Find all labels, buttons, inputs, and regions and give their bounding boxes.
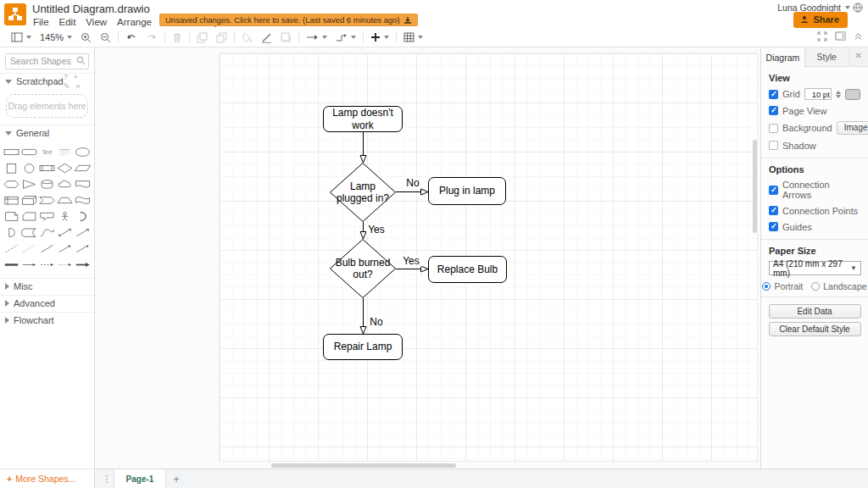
shape-dashed-connector[interactable] xyxy=(38,257,56,273)
flowchart-node-repair[interactable]: Repair Lamp xyxy=(323,334,403,360)
connection-arrows-checkbox[interactable] xyxy=(769,186,778,195)
shape-arrow[interactable] xyxy=(74,225,92,241)
menu-edit[interactable]: Edit xyxy=(54,16,81,28)
shape-actor[interactable] xyxy=(56,208,74,225)
shape-dashed-line[interactable] xyxy=(3,241,20,257)
redo-button[interactable] xyxy=(142,30,162,44)
connection-points-checkbox[interactable] xyxy=(769,206,778,215)
tab-style[interactable]: Style xyxy=(805,47,849,66)
pages-menu-icon[interactable]: ⋮ xyxy=(100,469,114,488)
diagram-canvas[interactable]: Lamp doesn't work Lamp plugged in?Plug i… xyxy=(95,47,760,469)
flowchart-node-burned[interactable]: Bulb burned out? xyxy=(330,239,396,298)
collapse-icon[interactable] xyxy=(854,31,863,41)
to-front-button[interactable] xyxy=(192,30,212,45)
menu-file[interactable]: File xyxy=(28,16,54,28)
format-panel-toggle-icon[interactable] xyxy=(835,31,846,41)
shape-process[interactable] xyxy=(38,160,56,176)
landscape-radio[interactable] xyxy=(811,282,820,291)
section-advanced[interactable]: Advanced xyxy=(0,295,94,312)
shape-rounded-rectangle[interactable] xyxy=(20,144,38,160)
shape-and[interactable] xyxy=(3,225,20,241)
scratchpad-drop-area[interactable]: Drag elements here xyxy=(6,94,88,118)
grid-size-input[interactable] xyxy=(804,88,832,100)
shape-circle[interactable] xyxy=(20,160,38,176)
shape-parallelogram[interactable] xyxy=(74,160,92,176)
share-button[interactable]: Share xyxy=(793,12,848,28)
fill-color-button[interactable] xyxy=(237,30,257,45)
shape-note[interactable] xyxy=(3,208,20,225)
delete-button[interactable] xyxy=(168,30,186,45)
add-page-button[interactable]: + xyxy=(166,469,186,488)
flowchart-node-plugged[interactable]: Lamp plugged in? xyxy=(330,163,396,222)
shape-diamond[interactable] xyxy=(56,160,74,176)
view-dropdown-button[interactable] xyxy=(7,30,36,44)
fullscreen-icon[interactable] xyxy=(817,31,827,42)
shape-document[interactable] xyxy=(74,176,92,192)
tab-diagram[interactable]: Diagram xyxy=(761,47,805,67)
horizontal-scrollbar[interactable] xyxy=(271,463,456,468)
shape-bold-arrow-connector[interactable] xyxy=(74,257,92,273)
shape-textbox[interactable] xyxy=(56,144,74,160)
to-back-button[interactable] xyxy=(212,30,231,45)
more-shapes-button[interactable]: + More Shapes... xyxy=(0,469,95,488)
unsaved-changes-banner[interactable]: Unsaved changes. Click here to save. (La… xyxy=(159,14,418,26)
table-button[interactable] xyxy=(399,30,427,44)
shape-arrow-line[interactable] xyxy=(74,241,92,257)
guides-checkbox[interactable] xyxy=(769,222,778,231)
page-view-checkbox[interactable] xyxy=(769,106,778,115)
zoom-dropdown-button[interactable]: 145% xyxy=(36,30,76,44)
connection-style-button[interactable] xyxy=(302,31,331,43)
grid-size-stepper[interactable] xyxy=(836,91,841,98)
shadow-checkbox[interactable] xyxy=(769,141,778,150)
flowchart-node-replace[interactable]: Replace Bulb xyxy=(428,256,507,283)
portrait-radio[interactable] xyxy=(762,282,771,291)
clear-default-style-button[interactable]: Clear Default Style xyxy=(769,322,861,336)
menu-arrange[interactable]: Arrange xyxy=(112,16,157,28)
flowchart-node-plug[interactable]: Plug in lamp xyxy=(428,177,506,205)
shape-square[interactable] xyxy=(3,160,20,176)
scratchpad-header[interactable]: Scratchpad ? + ✎ × xyxy=(0,73,94,90)
insert-button[interactable] xyxy=(366,30,393,44)
shape-bidirectional-arrow[interactable] xyxy=(56,225,74,241)
line-color-button[interactable] xyxy=(257,30,276,45)
background-image-button[interactable]: Image xyxy=(837,121,868,135)
shape-internal-storage[interactable] xyxy=(3,192,20,208)
background-checkbox[interactable] xyxy=(769,124,778,133)
shape-dotted-line[interactable] xyxy=(20,241,38,257)
close-panel-icon[interactable]: ✕ xyxy=(849,47,868,66)
zoom-out-button[interactable] xyxy=(96,30,115,45)
shape-callout[interactable] xyxy=(38,208,56,225)
grid-checkbox[interactable] xyxy=(769,90,778,99)
shape-cylinder[interactable] xyxy=(38,176,56,192)
shape-cloud[interactable] xyxy=(56,176,74,192)
shape-tape[interactable] xyxy=(74,192,92,208)
shape-dotted-connector[interactable] xyxy=(56,257,74,273)
language-globe-icon[interactable] xyxy=(853,3,863,13)
shape-rectangle[interactable] xyxy=(3,144,20,160)
flowchart-node-start[interactable]: Lamp doesn't work xyxy=(323,106,403,132)
page-tab[interactable]: Page-1 xyxy=(114,469,166,488)
vertical-scrollbar[interactable] xyxy=(753,140,757,233)
shape-hexagon[interactable] xyxy=(3,176,20,192)
shape-data-storage[interactable] xyxy=(20,225,38,241)
shape-text[interactable]: Text xyxy=(38,144,56,160)
edit-data-button[interactable]: Edit Data xyxy=(769,304,861,319)
shape-triangle[interactable] xyxy=(20,176,38,192)
shape-cube[interactable] xyxy=(20,192,38,208)
paper-size-select[interactable]: A4 (210 mm x 297 mm) ▼ xyxy=(769,261,861,275)
shape-trapezoid[interactable] xyxy=(56,192,74,208)
waypoints-button[interactable] xyxy=(331,31,360,44)
menu-view[interactable]: View xyxy=(81,16,112,28)
shadow-button[interactable] xyxy=(276,30,296,45)
zoom-in-button[interactable] xyxy=(76,30,96,45)
shape-line[interactable] xyxy=(38,241,56,257)
shape-directional-connector[interactable] xyxy=(20,257,38,273)
shape-card[interactable] xyxy=(20,208,38,225)
scratchpad-actions[interactable]: ? + ✎ × xyxy=(64,72,89,91)
shape-directional-line[interactable] xyxy=(56,241,74,257)
undo-button[interactable] xyxy=(121,30,142,44)
shape-or[interactable] xyxy=(74,208,92,225)
shape-link[interactable] xyxy=(3,257,20,273)
section-misc[interactable]: Misc xyxy=(0,278,94,295)
shape-ellipse[interactable] xyxy=(74,144,92,160)
